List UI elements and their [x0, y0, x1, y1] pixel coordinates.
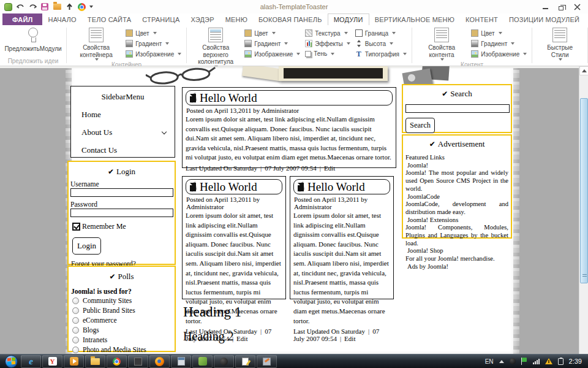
header-typography-button[interactable]: TТипография	[355, 50, 407, 58]
ad-link[interactable]: JoomlaCode	[405, 193, 508, 201]
tab-menu[interactable]: МЕНЮ	[220, 13, 253, 25]
ad-link[interactable]: Joomla! Shop	[405, 247, 508, 255]
tab-header[interactable]: ХЭДЭР	[186, 13, 220, 25]
radio-icon[interactable]	[72, 337, 79, 343]
content-image-button[interactable]: Изображение	[471, 50, 527, 58]
poll-option[interactable]: Community Sites	[72, 296, 175, 305]
tab-file[interactable]: ФАЙЛ	[2, 13, 42, 25]
content-gradient-button[interactable]: Градиент	[471, 40, 527, 47]
container-gradient-button[interactable]: Градиент	[126, 40, 181, 47]
container-color-button[interactable]: Цвет	[126, 29, 181, 37]
clock[interactable]: 2:39	[569, 358, 582, 365]
taskbar-templatetoaster-icon[interactable]	[192, 355, 213, 368]
header-border-button[interactable]: Граница	[355, 29, 407, 37]
taskbar-media-player-icon[interactable]	[64, 355, 84, 368]
edit-link[interactable]: Edit	[236, 335, 247, 342]
taskbar-firefox-icon[interactable]	[149, 355, 170, 368]
container-properties-button[interactable]: Свойства контейнера	[72, 27, 121, 61]
restore-button[interactable]	[557, 3, 565, 10]
article-module[interactable]: Hello World Posted on April 13,2011 by A…	[182, 87, 396, 168]
poll-option[interactable]: Intranets	[72, 335, 175, 344]
menu-item-about[interactable]: About Us	[71, 120, 175, 137]
poll-option[interactable]: Blogs	[72, 326, 175, 334]
tab-sidebar[interactable]: БОКОВАЯ ПАНЕЛЬ	[253, 13, 328, 25]
header-effects-button[interactable]: Эффекты	[305, 40, 350, 47]
minimize-button[interactable]	[541, 3, 549, 10]
poll-option[interactable]: Public Brand Sites	[72, 306, 175, 315]
header-texture-button[interactable]: Текстура	[305, 29, 350, 37]
sidebar-menu-module[interactable]: SidebarMenu Home About Us Contact Us	[70, 86, 175, 158]
radio-icon[interactable]	[72, 327, 79, 334]
search-input[interactable]	[405, 104, 510, 113]
poll-option[interactable]: Photo and Media Sites	[72, 345, 175, 354]
network-signal-icon[interactable]	[533, 358, 540, 364]
language-indicator[interactable]: EN	[485, 358, 494, 365]
edit-link[interactable]: Edit	[344, 335, 355, 342]
scrollbar-thumb[interactable]	[580, 98, 588, 283]
suggest-modules-button[interactable]: ПредложитьМодули	[5, 27, 61, 53]
content-properties-button[interactable]: Свойства контента	[417, 27, 466, 61]
login-module[interactable]: ✔Login Username Password Remember Me Log…	[67, 161, 176, 265]
header-image-button[interactable]: Изображение	[244, 50, 300, 58]
scroll-up-button[interactable]	[579, 66, 588, 75]
edit-link[interactable]: Edit	[324, 164, 335, 172]
remember-me-checkbox[interactable]	[72, 223, 80, 231]
header-height-button[interactable]: Высота	[355, 40, 407, 47]
design-canvas[interactable]: SidebarMenu Home About Us Contact Us ✔Lo…	[0, 66, 588, 354]
save-icon[interactable]	[40, 2, 49, 11]
container-image-button[interactable]: Изображение	[126, 50, 181, 58]
ad-link[interactable]: Joomla!	[405, 162, 508, 170]
header-color-button[interactable]: Цвет	[244, 29, 300, 37]
tab-page[interactable]: СТРАНИЦА	[137, 13, 185, 25]
redo-icon[interactable]	[28, 2, 37, 11]
taskbar-chrome-icon[interactable]	[107, 355, 127, 368]
tab-elements[interactable]: ЭЛЕМЕНТЫ	[585, 13, 588, 25]
menu-item-home[interactable]: Home	[71, 102, 175, 120]
open-icon[interactable]	[53, 2, 61, 11]
tab-site-body[interactable]: ТЕЛО САЙТА	[82, 13, 137, 25]
taskbar-ie-icon[interactable]: e	[21, 355, 41, 368]
tab-vertical-menu[interactable]: ВЕРТИКАЛЬНОЕ МЕНЮ	[369, 13, 460, 25]
advertisement-module[interactable]: ✔Advertisement Featured Links Joomla! Jo…	[402, 134, 512, 239]
login-button[interactable]: Login	[72, 237, 101, 255]
poll-option[interactable]: eCommerce	[72, 316, 175, 324]
remember-me-row[interactable]: Remember Me	[72, 222, 175, 231]
taskbar-notepad-icon[interactable]	[235, 355, 255, 368]
action-center-flag-icon[interactable]	[521, 358, 527, 365]
taskbar-photo-viewer-icon[interactable]	[128, 355, 148, 368]
taskbar-app-icon[interactable]	[214, 355, 234, 368]
header-gradient-button[interactable]: Градиент	[244, 40, 300, 47]
publish-icon[interactable]	[65, 2, 74, 11]
start-button[interactable]	[2, 355, 20, 368]
close-button[interactable]	[573, 3, 581, 10]
tab-content[interactable]: КОНТЕНТ	[460, 13, 503, 25]
ad-link[interactable]: Joomla! Extensions	[405, 217, 508, 224]
search-module[interactable]: ✔Search Search	[402, 84, 512, 133]
quick-access-dropdown-icon[interactable]	[89, 6, 93, 8]
password-field[interactable]	[70, 209, 173, 217]
content-color-button[interactable]: Цвет	[471, 29, 527, 37]
article-module[interactable]: Hello World Posted on April 13,2011 by A…	[290, 176, 394, 299]
clipboard-tray-icon[interactable]	[558, 358, 564, 365]
taskbar-yandex-icon[interactable]: Y	[42, 355, 62, 368]
header-properties-button[interactable]: Свойства верхнего колонтитула	[192, 27, 239, 69]
warning-icon[interactable]	[545, 358, 552, 364]
tab-module-positions[interactable]: ПОЗИЦИИ МОДУЛЕЙ	[503, 13, 585, 25]
article-module[interactable]: Hello World Posted on April 13,2011 by A…	[182, 176, 286, 299]
vertical-scrollbar[interactable]	[579, 66, 588, 354]
taskbar-design-app-icon[interactable]	[257, 355, 277, 368]
menu-item-contact[interactable]: Contact Us	[71, 137, 175, 155]
polls-module[interactable]: ✔Polls Joomla! is used for? Community Si…	[67, 266, 176, 352]
radio-icon[interactable]	[72, 317, 79, 324]
taskbar-explorer-icon[interactable]	[85, 355, 105, 368]
hidden-icons-arrow-icon[interactable]	[499, 360, 504, 363]
tab-modules[interactable]: МОДУЛИ	[328, 13, 369, 25]
search-button[interactable]: Search	[405, 118, 435, 133]
radio-icon[interactable]	[72, 297, 79, 304]
radio-icon[interactable]	[72, 307, 79, 314]
taskbar-calculator-icon[interactable]	[171, 355, 191, 368]
ad-link[interactable]: Ads by Joomla!	[405, 263, 508, 271]
radio-icon[interactable]	[72, 347, 79, 353]
username-field[interactable]	[70, 188, 173, 197]
tab-home[interactable]: НАЧАЛО	[42, 13, 81, 25]
